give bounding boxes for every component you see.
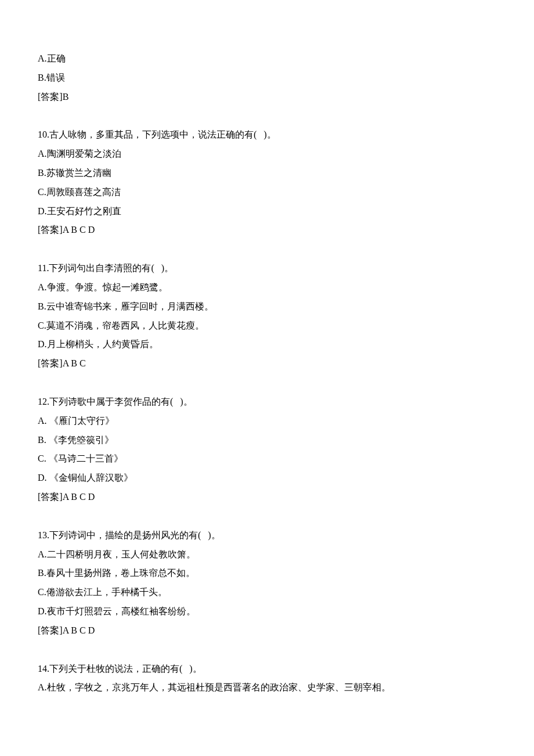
option-a: A.杜牧，字牧之，京兆万年人，其远祖杜预是西晋著名的政治家、史学家、三朝宰相。: [38, 678, 496, 697]
option-a: A.陶渊明爱菊之淡泊: [38, 145, 496, 164]
option-a: A.正确: [38, 49, 496, 69]
option-a: A.争渡。争渡。惊起一滩鸥鹭。: [38, 278, 496, 297]
question-block-9-partial: A.正确 B.错误 [答案]B: [38, 49, 496, 106]
option-b: B. 《李凭箜篌引》: [38, 431, 496, 450]
question-block-14-partial: 14.下列关于杜牧的说法，正确的有( )。 A.杜牧，字牧之，京兆万年人，其远祖…: [38, 660, 496, 698]
option-b: B.苏辙赏兰之清幽: [38, 164, 496, 183]
answer: [答案]A B C: [38, 354, 496, 373]
option-a: A.二十四桥明月夜，玉人何处教吹箫。: [38, 545, 496, 564]
question-stem: 11.下列词句出自李清照的有( )。: [38, 259, 496, 278]
option-b: B.错误: [38, 69, 496, 88]
answer: [答案]A B C D: [38, 488, 496, 507]
option-c: C.莫道不消魂，帘卷西风，人比黄花瘦。: [38, 316, 496, 336]
option-a: A. 《雁门太守行》: [38, 412, 496, 431]
question-block-11: 11.下列词句出自李清照的有( )。 A.争渡。争渡。惊起一滩鸥鹭。 B.云中谁…: [38, 259, 496, 373]
question-stem: 10.古人咏物，多重其品，下列选项中，说法正确的有( )。: [38, 125, 496, 145]
option-b: B.春风十里扬州路，卷上珠帘总不如。: [38, 564, 496, 583]
option-c: C.周敦颐喜莲之高洁: [38, 183, 496, 202]
question-block-13: 13.下列诗词中，描绘的是扬州风光的有( )。 A.二十四桥明月夜，玉人何处教吹…: [38, 526, 496, 640]
option-d: D.夜市千灯照碧云，高楼红袖客纷纷。: [38, 602, 496, 621]
option-d: D.月上柳梢头，人约黄昏后。: [38, 335, 496, 354]
answer: [答案]B: [38, 88, 496, 107]
question-stem: 14.下列关于杜牧的说法，正确的有( )。: [38, 660, 496, 679]
answer: [答案]A B C D: [38, 621, 496, 640]
option-b: B.云中谁寄锦书来，雁字回时，月满西楼。: [38, 297, 496, 316]
option-c: C. 《马诗二十三首》: [38, 449, 496, 469]
question-stem: 12.下列诗歌中属于李贺作品的有( )。: [38, 393, 496, 412]
question-block-12: 12.下列诗歌中属于李贺作品的有( )。 A. 《雁门太守行》 B. 《李凭箜篌…: [38, 393, 496, 507]
question-stem: 13.下列诗词中，描绘的是扬州风光的有( )。: [38, 526, 496, 545]
answer: [答案]A B C D: [38, 221, 496, 240]
option-d: D.王安石好竹之刚直: [38, 202, 496, 221]
question-block-10: 10.古人咏物，多重其品，下列选项中，说法正确的有( )。 A.陶渊明爱菊之淡泊…: [38, 125, 496, 240]
option-d: D. 《金铜仙人辞汉歌》: [38, 469, 496, 488]
option-c: C.倦游欲去江上，手种橘千头。: [38, 583, 496, 602]
